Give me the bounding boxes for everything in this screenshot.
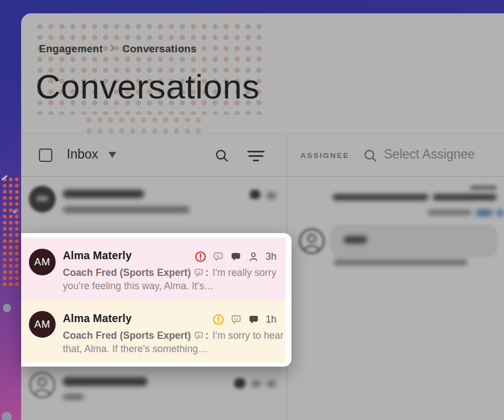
bot-message-icon	[194, 330, 204, 341]
orange-dot-pattern	[2, 176, 21, 289]
preview-author: Coach Fred (Sports Expert)	[63, 267, 191, 278]
slate-dot-decoration	[13, 210, 17, 214]
slate-dot-decoration	[3, 304, 11, 312]
bot-message-icon	[230, 314, 242, 325]
conversation-name: Alma Materly	[63, 249, 132, 262]
bot-message-icon	[194, 268, 204, 278]
avatar-initials: AM	[34, 256, 51, 268]
avatar: AM	[29, 311, 56, 338]
slate-dot-decoration	[2, 412, 12, 420]
avatar: AM	[29, 249, 56, 275]
conversation-time: 3h	[266, 251, 276, 263]
conversations-screen: Engagement Conversations Conversations I…	[0, 0, 504, 420]
conversation-preview: Coach Fred (Sports Expert) : I'm really …	[63, 266, 284, 293]
bot-message-icon	[213, 251, 224, 263]
conversation-row-alma-1h[interactable]: AM Alma Materly 1h Coach F	[21, 300, 285, 363]
chat-bubble-icon	[230, 251, 241, 263]
conversation-name: Alma Materly	[63, 312, 132, 325]
alert-circle-icon	[213, 314, 224, 325]
alert-circle-icon	[195, 251, 206, 263]
assignee-person-icon	[248, 251, 259, 263]
preview-separator: :	[204, 330, 210, 341]
conversation-preview: Coach Fred (Sports Expert) : I'm sorry t…	[63, 329, 284, 355]
conversation-meta: 1h	[213, 314, 276, 325]
chat-bubble-icon	[248, 314, 259, 325]
avatar-initials: AM	[34, 318, 51, 330]
preview-author: Coach Fred (Sports Expert)	[63, 330, 191, 341]
conversation-time: 1h	[266, 314, 276, 325]
highlighted-conversations-card: AM Alma Materly	[21, 233, 291, 367]
preview-separator: :	[204, 267, 210, 278]
conversation-meta: 3h	[195, 251, 276, 263]
conversation-row-alma-3h[interactable]: AM Alma Materly	[21, 238, 285, 300]
